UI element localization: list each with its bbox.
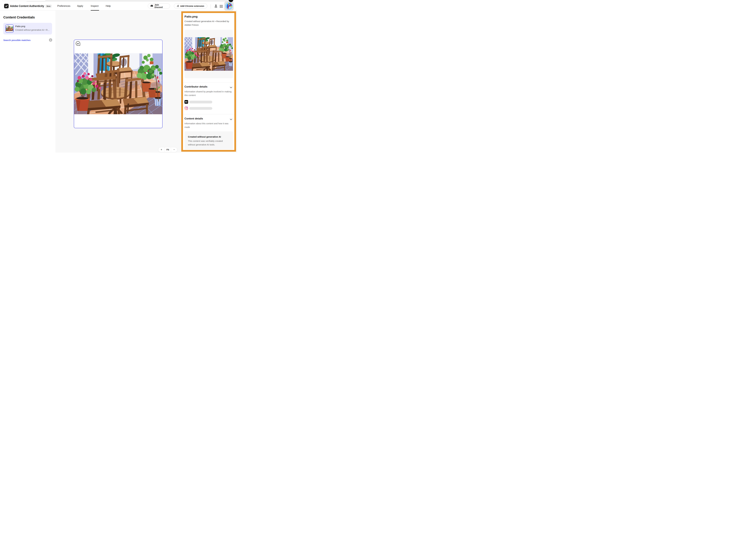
zoom-fit-button[interactable]: Fit [164,147,171,152]
nav-help[interactable]: Help [106,2,111,11]
content-details-description: Information about this content and how i… [185,122,234,129]
add-chrome-extension-label: Add Chrome extension [180,5,204,7]
panel-file-subtitle: Created without generative AI • Recorded… [185,20,232,27]
search-possible-matches-link[interactable]: Search possible matches [3,39,30,41]
section-divider [183,114,234,114]
patio-preview-image [185,37,233,71]
content-credentials-sidebar: Content Credentials cr Patio.png Created… [0,11,56,152]
behance-icon: Bē [185,100,188,104]
nav-inspect[interactable]: Inspect [91,2,99,11]
file-name: Patio.png [15,25,25,28]
redacted-instagram-handle [189,107,212,110]
cr-badge-icon: cr [5,24,9,27]
claim-title: Created without generative AI [188,136,221,138]
join-discord-label: Join Discord [154,4,168,9]
beta-badge: Beta [46,5,52,8]
join-discord-button[interactable]: Join Discord [148,4,170,9]
panel-file-title: Patio.png [185,15,198,18]
browser-chrome-strip [0,0,237,2]
inspected-image-canvas[interactable]: cr [74,40,162,128]
app-window: Adobe Content Authenticity Beta Preferen… [0,0,237,152]
top-navigation-bar: Adobe Content Authenticity Beta Preferen… [0,2,237,11]
inspect-details-panel: Patio.png Created without generative AI … [183,13,234,150]
redacted-behance-handle [189,101,212,103]
nav-preferences[interactable]: Preferences [57,2,70,11]
file-thumbnail: cr [5,24,14,33]
browser-toolbar-edge [26,0,234,2]
discord-icon [150,5,153,7]
claim-body: This content was verifiably created with… [188,139,227,146]
help-icon[interactable]: ? [49,39,52,41]
browser-urlbar-edge [2,0,46,1]
chevron-down-icon[interactable] [230,86,232,89]
content-details-heading[interactable]: Content details [185,117,203,120]
palette-avatar-icon [225,2,233,10]
cr-badge-icon[interactable]: cr [76,41,80,46]
app-grid-button[interactable] [220,5,223,8]
chevron-down-icon[interactable] [230,118,232,121]
flask-icon [214,4,218,8]
zoom-controls: + Fit − [158,147,177,152]
content-claim-card: Created without generative AI This conte… [185,131,233,149]
inspect-details-panel-highlighted: Patio.png Created without generative AI … [181,11,236,152]
file-summary: Created without generative AI • R... [15,29,51,31]
zoom-in-button[interactable]: + [158,147,164,152]
patio-artwork-image [74,53,162,114]
labs-flask-button[interactable] [214,4,218,8]
check-logo-icon [5,4,8,8]
zoom-out-button[interactable]: − [171,147,177,152]
app-logo[interactable] [4,4,9,8]
file-list-item-patio[interactable]: cr Patio.png Created without generative … [3,23,52,34]
external-link-icon [177,5,179,7]
instagram-icon [185,106,188,110]
panel-image-preview [185,30,233,78]
app-title: Adobe Content Authenticity [10,2,44,11]
contributor-details-heading[interactable]: Contributor details [185,85,207,88]
grid-icon [220,5,223,8]
nav-apply[interactable]: Apply [77,2,83,11]
contributor-details-description: Information shared by people involved in… [185,90,234,97]
add-chrome-extension-button[interactable]: Add Chrome extension [174,4,207,9]
sidebar-heading: Content Credentials [3,16,35,20]
account-avatar[interactable] [224,1,233,11]
active-tab-underline [91,10,99,11]
